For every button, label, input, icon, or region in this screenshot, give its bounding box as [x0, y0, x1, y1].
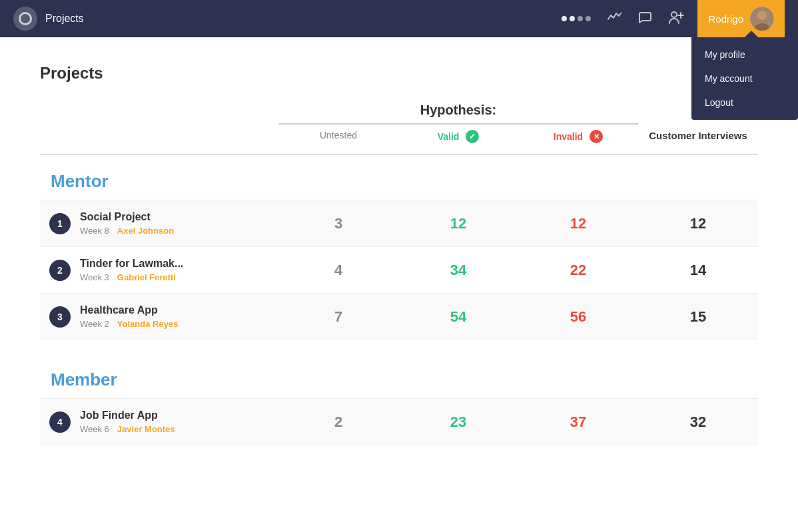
stat-interviews: 15: [638, 308, 758, 326]
col-name: [80, 130, 278, 143]
num-badge-2: 2: [49, 260, 71, 281]
project-info: Healthcare App Week 2 Yolanda Reyes: [80, 304, 278, 329]
project-name: Tinder for Lawmak...: [80, 258, 278, 270]
project-meta: Week 2 Yolanda Reyes: [80, 319, 278, 329]
project-name: Job Finder App: [80, 409, 278, 421]
stat-untested: 2: [278, 413, 398, 431]
dot1: [562, 16, 567, 21]
my-profile-item[interactable]: My profile: [691, 43, 798, 67]
col-num: [40, 130, 80, 143]
stat-valid: 54: [398, 308, 518, 326]
svg-point-0: [671, 12, 677, 17]
group-member: Member 4 Job Finder App Week 6 Javier Mo…: [40, 354, 758, 445]
header-name-spacer: [80, 103, 278, 125]
navbar-icons: [562, 10, 684, 28]
user-dropdown: My profile My account Logout: [691, 37, 798, 120]
stat-untested: 4: [278, 262, 398, 279]
project-owner: Yolanda Reyes: [117, 319, 179, 329]
group-mentor-title: Mentor: [40, 155, 758, 200]
row-number: 4: [40, 411, 80, 433]
table-row[interactable]: 2 Tinder for Lawmak... Week 3 Gabriel Fe…: [40, 247, 758, 294]
stat-untested: 3: [278, 215, 398, 232]
num-badge-1: 1: [49, 213, 71, 234]
project-meta: Week 3 Gabriel Feretti: [80, 272, 278, 282]
valid-check-icon: [466, 130, 479, 143]
add-user-icon[interactable]: [668, 10, 684, 28]
project-meta: Week 6 Javier Montes: [80, 424, 278, 434]
logout-item[interactable]: Logout: [691, 91, 798, 115]
num-badge-4: 4: [49, 411, 71, 433]
my-account-item[interactable]: My account: [691, 67, 798, 91]
project-owner: Gabriel Feretti: [117, 272, 176, 282]
stat-invalid: 22: [518, 262, 638, 279]
apps-icon[interactable]: [562, 16, 591, 21]
stat-invalid: 12: [518, 215, 638, 232]
num-badge-3: 3: [49, 306, 71, 328]
row-number: 1: [40, 213, 80, 234]
app-title: Projects: [45, 13, 562, 25]
project-week: Week 3: [80, 272, 109, 282]
project-meta: Week 8 Axel Johnson: [80, 226, 278, 236]
project-info: Tinder for Lawmak... Week 3 Gabriel Fere…: [80, 258, 278, 282]
col-interviews: Customer Interviews: [638, 130, 758, 143]
header-num-spacer: [40, 103, 80, 125]
invalid-x-icon: [590, 130, 603, 143]
project-name: Healthcare App: [80, 304, 278, 316]
table-row[interactable]: 4 Job Finder App Week 6 Javier Montes 2 …: [40, 399, 758, 445]
dot4: [586, 16, 591, 21]
app-logo: [13, 7, 37, 31]
avatar: [750, 7, 774, 31]
project-name: Social Project: [80, 211, 278, 223]
navbar: Projects: [0, 0, 798, 37]
stat-valid: 23: [398, 413, 518, 431]
dropdown-arrow: [745, 31, 758, 37]
stat-untested: 7: [278, 308, 398, 326]
page-title: Projects: [40, 64, 758, 83]
col-valid: Valid: [398, 130, 518, 143]
project-week: Week 6: [80, 424, 109, 434]
stat-invalid: 37: [518, 413, 638, 431]
table-header: Hypothesis:: [40, 103, 758, 125]
logo-icon: [19, 12, 32, 25]
row-number: 3: [40, 306, 80, 328]
table-row[interactable]: 1 Social Project Week 8 Axel Johnson 3 1…: [40, 200, 758, 247]
stat-valid: 34: [398, 262, 518, 279]
project-week: Week 8: [80, 226, 109, 236]
user-name: Rodrigo: [708, 13, 743, 25]
stat-interviews: 14: [638, 262, 758, 279]
col-untested: Untested: [278, 130, 398, 143]
project-info: Job Finder App Week 6 Javier Montes: [80, 409, 278, 434]
svg-point-4: [757, 11, 767, 20]
group-member-title: Member: [40, 354, 758, 399]
row-number: 2: [40, 260, 80, 281]
user-menu-button[interactable]: Rodrigo: [697, 0, 785, 37]
project-week: Week 2: [80, 319, 109, 329]
stat-interviews: 32: [638, 413, 758, 431]
column-headers: Untested Valid Invalid Customer Intervie…: [40, 125, 758, 155]
project-owner: Javier Montes: [117, 424, 175, 434]
hypothesis-label: Hypothesis:: [420, 103, 496, 117]
table-row[interactable]: 3 Healthcare App Week 2 Yolanda Reyes 7 …: [40, 294, 758, 340]
hypothesis-span: Hypothesis:: [278, 103, 638, 125]
dot2: [570, 16, 575, 21]
main-content: Projects Hypothesis: Untested Valid Inva…: [0, 37, 798, 472]
project-info: Social Project Week 8 Axel Johnson: [80, 211, 278, 236]
dot3: [578, 16, 583, 21]
project-owner: Axel Johnson: [117, 226, 174, 236]
group-mentor: Mentor 1 Social Project Week 8 Axel John…: [40, 155, 758, 340]
col-invalid: Invalid: [518, 130, 638, 143]
chat-icon[interactable]: [637, 10, 652, 28]
activity-icon[interactable]: [607, 10, 621, 28]
stat-invalid: 56: [518, 308, 638, 326]
stat-valid: 12: [398, 215, 518, 232]
stat-interviews: 12: [638, 215, 758, 232]
